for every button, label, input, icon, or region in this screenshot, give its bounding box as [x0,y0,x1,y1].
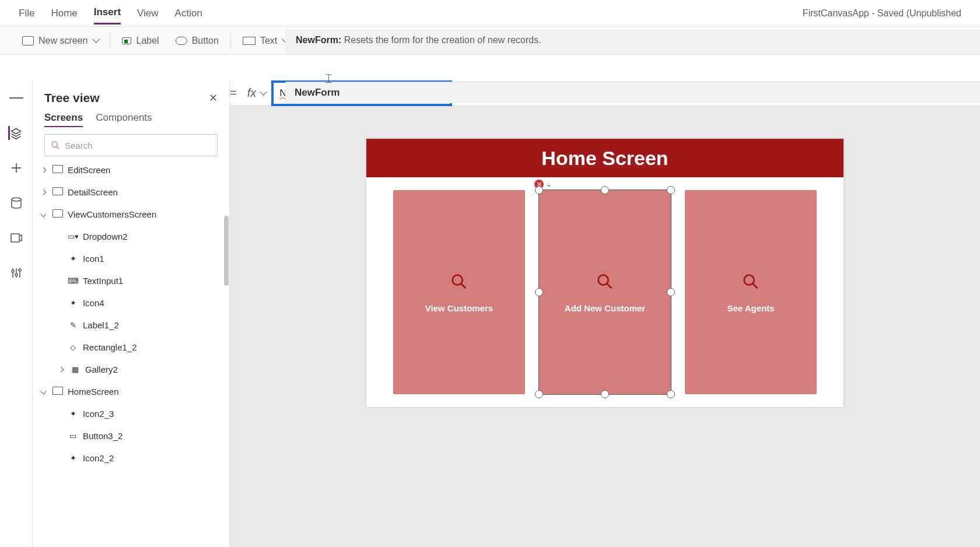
chevron-down-icon[interactable] [38,387,48,396]
intellisense-popup[interactable]: NewForm [285,82,980,103]
menu-bar: File Home Insert View Action FirstCanvas… [0,0,980,27]
chevron-right-icon[interactable] [56,364,65,374]
tree-item-icon: ▦ [70,364,80,374]
text-cursor-icon: ⌶ [326,72,332,85]
tree-item-icon: ✦ [68,253,78,264]
tile-label: See Agents [727,303,774,313]
tree-item-label: Gallery2 [85,364,118,374]
button-text: Button [192,36,219,46]
tree-item-icon [52,387,63,397]
search-icon [449,272,469,294]
tree-item[interactable]: ▭▾Dropdown2 [33,225,229,247]
canvas-header[interactable]: Home Screen [366,139,844,177]
canvas-area[interactable]: Home Screen View CustomersAdd New Custom… [230,105,980,547]
canvas-tile[interactable]: Add New Customer✕⌄ [539,190,671,394]
tree-item[interactable]: DetailScreen [33,181,229,203]
svg-point-2 [12,270,14,272]
tree-item-icon [52,165,63,175]
new-screen-button[interactable]: New screen [14,27,106,54]
menu-action[interactable]: Action [175,3,202,24]
left-rail [0,80,33,547]
close-icon[interactable]: ✕ [209,92,218,104]
resize-handle[interactable] [535,186,543,194]
canvas-tile[interactable]: See Agents [685,190,817,394]
label-icon [122,37,131,44]
app-title: FirstCanvasApp - Saved (Unpublished [803,8,961,19]
tree-item-label: Icon1 [83,254,104,264]
database-icon [9,196,23,210]
tree-item-label: Button3_2 [83,431,123,441]
menu-insert[interactable]: Insert [94,2,121,24]
resize-handle[interactable] [667,288,675,296]
chevron-down-icon[interactable]: ⌄ [546,180,552,188]
tree-item[interactable]: ⌨TextInput1 [33,269,229,292]
insert-rail-button[interactable] [9,161,23,175]
tree-item[interactable]: EditScreen [33,163,229,181]
chevron-down-icon [260,90,265,96]
svg-rect-1 [11,234,19,242]
tree-item-label: Icon2_2 [83,453,114,463]
tile-label: View Customers [425,303,493,313]
tree-item[interactable]: ◇Rectangle1_2 [33,336,229,358]
fx-text: fx [247,86,257,100]
tree-item[interactable]: ✦Icon2_2 [33,447,229,469]
tree-item[interactable]: ViewCustomersScreen [33,203,229,225]
tree-item[interactable]: HomeScreen [33,380,229,402]
media-rail-button[interactable] [9,231,23,245]
menu-view[interactable]: View [137,3,159,24]
tree-item-icon: ▭ [68,430,78,441]
fx-label[interactable]: fx [247,86,266,100]
tree-view-rail-button[interactable] [8,126,22,140]
menu-file[interactable]: File [19,3,34,24]
svg-point-5 [52,142,57,147]
canvas-tile[interactable]: View Customers [393,190,525,394]
menu-home[interactable]: Home [51,3,77,24]
chevron-down-icon[interactable] [38,209,48,219]
new-screen-label: New screen [38,36,88,46]
tree-item-label: DetailScreen [68,187,118,197]
resize-handle[interactable] [601,390,609,398]
chevron-right-icon[interactable] [38,165,48,174]
button-icon [176,37,187,45]
sliders-icon [9,266,23,280]
resize-handle[interactable] [667,390,675,398]
resize-handle[interactable] [535,390,543,398]
chevron-down-icon [92,38,98,44]
search-icon [741,272,761,294]
tree-item-icon: ◇ [68,342,78,352]
tree-item[interactable]: ✎Label1_2 [33,314,229,336]
tree-item-label: Icon4 [83,298,104,308]
formula-help: NewForm: Resets the form for the creatio… [285,29,980,55]
scrollbar-thumb[interactable] [224,216,229,286]
tree-item-icon: ✦ [68,297,78,308]
tree-item[interactable]: ✦Icon1 [33,247,229,269]
search-input[interactable]: Search [44,134,218,156]
chevron-right-icon[interactable] [38,187,48,197]
tab-components[interactable]: Components [96,112,152,127]
resize-handle[interactable] [535,288,543,296]
tree-item-label: Icon2_3 [83,409,114,419]
tree-item[interactable]: ▭Button3_2 [33,425,229,447]
formula-help-name: NewForm: [296,35,341,45]
tree-view-title: Tree view [44,91,100,105]
tab-screens[interactable]: Screens [44,112,83,127]
tree-item[interactable]: ▦Gallery2 [33,358,229,380]
hamburger-icon[interactable] [9,91,23,105]
device-frame[interactable]: Home Screen View CustomersAdd New Custom… [366,139,844,407]
search-icon [595,272,615,294]
data-rail-button[interactable] [9,196,23,210]
resize-handle[interactable] [601,186,609,194]
button-button[interactable]: Button [167,27,227,54]
formula-help-desc: Resets the form for the creation of new … [344,35,541,45]
tree-item[interactable]: ✦Icon4 [33,292,229,314]
tree-item[interactable]: ✦Icon2_3 [33,402,229,425]
tree-item-icon [52,209,63,219]
separator [110,33,110,49]
resize-handle[interactable] [667,186,675,194]
tile-label: Add New Customer [565,303,645,313]
tree-list[interactable]: EditScreenDetailScreenViewCustomersScree… [33,163,229,532]
tree-item-icon: ✦ [68,408,78,419]
tree-item-icon: ✦ [68,453,78,463]
label-button[interactable]: Label [114,27,167,54]
advanced-rail-button[interactable] [9,266,23,280]
